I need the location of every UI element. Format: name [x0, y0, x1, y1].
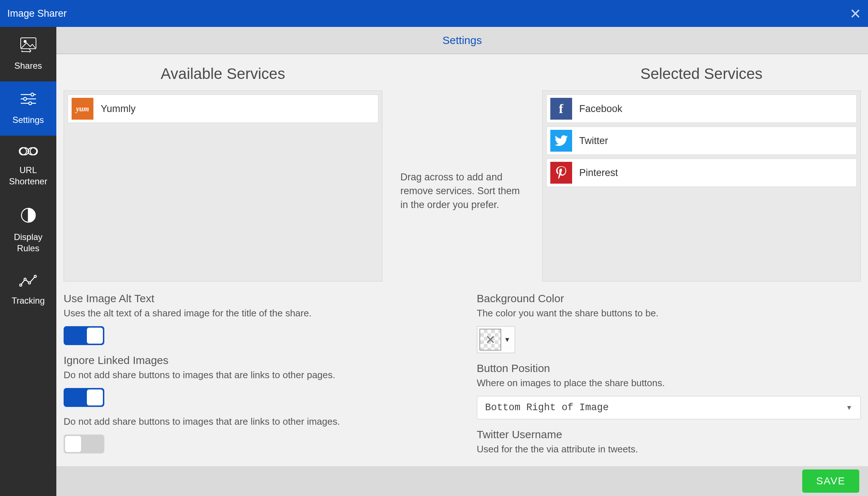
sidebar-item-label: Shares	[14, 60, 42, 71]
svg-point-5	[24, 97, 27, 100]
sidebar-item-label: Display Rules	[4, 231, 53, 254]
service-label: Yummly	[101, 103, 136, 115]
sidebar-item-shares[interactable]: Shares	[0, 27, 56, 81]
chevron-down-icon: ▼	[504, 336, 513, 344]
svg-point-11	[20, 284, 22, 286]
chevron-down-icon: ▼	[846, 404, 852, 412]
button-pos-value: Bottom Right of Image	[485, 402, 609, 413]
svg-point-12	[24, 278, 26, 280]
drag-help-text: Drag across to add and remove services. …	[382, 171, 542, 212]
twitter-icon	[550, 130, 572, 152]
close-icon[interactable]: ×	[850, 4, 861, 23]
service-item-pinterest[interactable]: Pinterest	[546, 159, 857, 187]
button-pos-desc: Where on images to place the share butto…	[477, 377, 861, 389]
sidebar-item-settings[interactable]: Settings	[0, 81, 56, 135]
alt-text-toggle[interactable]	[64, 326, 104, 345]
button-pos-title: Button Position	[477, 362, 861, 375]
contrast-icon	[20, 207, 36, 226]
svg-point-9	[28, 148, 37, 155]
twitter-user-desc: Used for the the via attribute in tweets…	[477, 444, 861, 455]
ignore-linked-pages-desc: Do not add share buttons to images that …	[64, 369, 448, 381]
image-share-icon	[19, 37, 37, 55]
bg-color-picker[interactable]: ▼	[477, 326, 515, 353]
available-services-box[interactable]: yum Yummly	[64, 91, 382, 281]
sidebar: Shares Settings	[0, 27, 56, 496]
tab-bar: Settings	[56, 27, 868, 54]
sliders-icon	[19, 92, 37, 109]
save-button[interactable]: SAVE	[802, 469, 859, 493]
svg-point-8	[20, 148, 29, 155]
svg-point-1	[24, 40, 26, 43]
ignore-linked-images-desc: Do not add share buttons to images that …	[64, 416, 448, 427]
available-services-title: Available Services	[64, 65, 382, 83]
twitter-user-title: Twitter Username	[477, 428, 861, 441]
svg-point-14	[34, 275, 36, 277]
content-area: Available Services yum Yummly Drag acros…	[56, 54, 868, 466]
ignore-linked-pages-toggle[interactable]	[64, 388, 104, 407]
service-label: Twitter	[579, 135, 608, 147]
svg-point-7	[29, 102, 32, 105]
footer-bar: SAVE	[56, 466, 868, 496]
alt-text-title: Use Image Alt Text	[64, 292, 448, 305]
selected-services-box[interactable]: f Facebook Twitter	[542, 91, 861, 281]
sidebar-item-label: Settings	[12, 114, 44, 125]
ignore-linked-images-toggle[interactable]	[64, 435, 104, 453]
app-title: Image Sharer	[7, 8, 67, 19]
button-pos-select[interactable]: Bottom Right of Image ▼	[477, 396, 861, 419]
service-label: Pinterest	[579, 167, 618, 179]
svg-point-3	[31, 93, 34, 96]
sidebar-item-tracking[interactable]: Tracking	[0, 264, 56, 316]
sidebar-item-url-shortener[interactable]: URL Shortener	[0, 136, 56, 197]
alt-text-desc: Uses the alt text of a shared image for …	[64, 308, 448, 319]
service-item-yummly[interactable]: yum Yummly	[68, 95, 378, 123]
service-item-facebook[interactable]: f Facebook	[546, 95, 857, 123]
pinterest-icon	[550, 162, 572, 184]
link-icon	[19, 146, 38, 159]
analytics-icon	[19, 274, 37, 290]
color-swatch-transparent	[479, 329, 501, 351]
svg-rect-0	[21, 38, 36, 49]
service-label: Facebook	[579, 103, 623, 115]
service-item-twitter[interactable]: Twitter	[546, 127, 857, 155]
facebook-icon: f	[550, 98, 572, 120]
yummly-icon: yum	[72, 98, 93, 120]
title-bar: Image Sharer ×	[0, 0, 868, 27]
sidebar-item-label: Tracking	[12, 295, 45, 306]
sidebar-item-label: URL Shortener	[4, 164, 53, 187]
bg-color-desc: The color you want the share buttons to …	[477, 308, 861, 319]
svg-point-13	[28, 282, 31, 284]
bg-color-title: Background Color	[477, 292, 861, 305]
ignore-linked-title: Ignore Linked Images	[64, 354, 448, 367]
tab-settings[interactable]: Settings	[442, 34, 482, 47]
selected-services-title: Selected Services	[542, 65, 861, 83]
sidebar-item-display-rules[interactable]: Display Rules	[0, 197, 56, 264]
